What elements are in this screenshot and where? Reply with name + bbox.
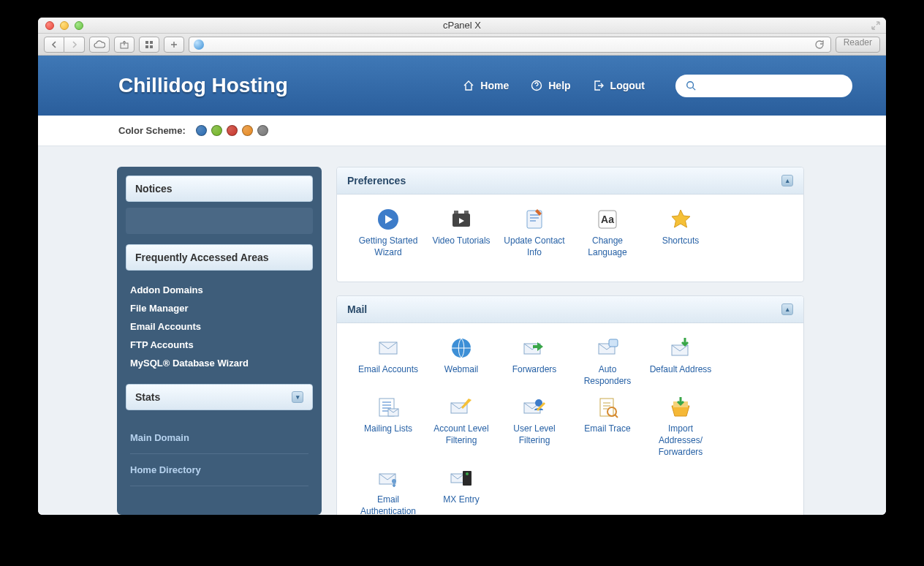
mail-item-10[interactable]: Email Authentication xyxy=(352,467,425,515)
preferences-body: Getting Started WizardVideo TutorialsUpd… xyxy=(337,195,803,282)
pref-label-0: Getting Started Wizard xyxy=(355,235,421,258)
pref-icon-4 xyxy=(669,208,692,231)
mail-icon-4 xyxy=(669,336,692,360)
freq-item-4[interactable]: MySQL® Database Wizard xyxy=(130,354,308,372)
mail-icon-1 xyxy=(450,336,473,360)
mail-label-9: Import Addresses/ Forwarders xyxy=(648,423,713,458)
reader-button[interactable]: Reader xyxy=(836,37,880,53)
notices-header[interactable]: Notices xyxy=(126,176,313,202)
stat-row-0[interactable]: Main Domain xyxy=(130,422,308,454)
svg-point-6 xyxy=(687,82,694,88)
nav-home[interactable]: Home xyxy=(463,80,509,91)
mail-label-0: Email Accounts xyxy=(358,364,418,376)
back-button[interactable] xyxy=(44,37,64,53)
logout-icon xyxy=(593,80,605,91)
notices-label: Notices xyxy=(135,183,173,195)
page-content: Chillidog Hosting Home Help Logout xyxy=(38,56,886,515)
mail-title: Mail xyxy=(347,303,367,315)
freq-item-1[interactable]: File Manager xyxy=(130,299,308,317)
pref-label-3: Change Language xyxy=(575,235,640,258)
pref-icon-2 xyxy=(523,208,546,231)
pref-item-2[interactable]: Update Contact Info xyxy=(498,208,571,258)
color-scheme-bar: Color Scheme: xyxy=(38,116,886,146)
pref-item-4[interactable]: Shortcuts xyxy=(644,208,717,258)
home-icon xyxy=(463,80,474,91)
svg-text:Aa: Aa xyxy=(601,214,614,225)
mail-item-4[interactable]: Default Address xyxy=(644,336,717,387)
pref-label-4: Shortcuts xyxy=(662,235,700,247)
mail-label-1: Webmail xyxy=(444,364,478,376)
freq-header[interactable]: Frequently Accessed Areas xyxy=(126,244,313,271)
stat-row-1[interactable]: Home Directory xyxy=(130,454,308,486)
mail-item-0[interactable]: Email Accounts xyxy=(352,336,425,387)
pref-item-1[interactable]: Video Tutorials xyxy=(425,208,498,258)
collapse-icon[interactable]: ▾ xyxy=(292,391,303,403)
share-button[interactable] xyxy=(114,37,135,53)
freq-list: Addon DomainsFile ManagerEmail AccountsF… xyxy=(126,271,313,384)
browser-window: cPanel X Reader xyxy=(38,18,886,515)
help-icon xyxy=(531,80,542,91)
mail-item-6[interactable]: Account Level Filtering xyxy=(425,396,498,458)
freq-item-0[interactable]: Addon Domains xyxy=(130,281,308,299)
mail-icon-2 xyxy=(523,336,546,360)
mail-item-3[interactable]: Auto Responders xyxy=(571,336,644,387)
nav-help[interactable]: Help xyxy=(531,80,570,91)
color-swatch-3[interactable] xyxy=(242,125,253,136)
mail-item-9[interactable]: Import Addresses/ Forwarders xyxy=(644,396,717,458)
stats-body: Main DomainHome Directory xyxy=(126,410,313,492)
svg-point-32 xyxy=(466,472,469,475)
address-bar[interactable] xyxy=(189,37,831,53)
top-sites-button[interactable] xyxy=(139,37,159,53)
pref-item-0[interactable]: Getting Started Wizard xyxy=(352,208,425,258)
preferences-header[interactable]: Preferences ▴ xyxy=(337,167,803,195)
sidebar: Notices Frequently Accessed Areas Addon … xyxy=(117,167,322,515)
freq-item-3[interactable]: FTP Accounts xyxy=(130,336,308,354)
mail-label-11: MX Entry xyxy=(443,494,479,506)
mail-item-1[interactable]: Webmail xyxy=(425,336,498,387)
mail-item-11[interactable]: MX Entry xyxy=(425,467,498,515)
mail-label-7: User Level Filtering xyxy=(501,423,567,446)
mail-label-4: Default Address xyxy=(650,364,712,376)
preferences-title: Preferences xyxy=(347,175,406,186)
pref-item-3[interactable]: AaChange Language xyxy=(571,208,644,258)
mail-label-2: Forwarders xyxy=(512,364,557,376)
mail-icon-11 xyxy=(450,467,473,490)
color-swatch-4[interactable] xyxy=(257,125,268,136)
mail-item-8[interactable]: Email Trace xyxy=(571,396,644,458)
mail-icon-3 xyxy=(596,336,619,360)
pref-label-2: Update Contact Info xyxy=(501,235,567,258)
mail-header[interactable]: Mail ▴ xyxy=(337,296,803,323)
mail-icon-9 xyxy=(669,396,692,419)
mail-item-2[interactable]: Forwarders xyxy=(498,336,571,387)
reload-icon[interactable] xyxy=(813,38,826,51)
browser-toolbar: Reader xyxy=(38,34,886,56)
mail-item-5[interactable]: Mailing Lists xyxy=(352,396,425,458)
search-box[interactable] xyxy=(675,75,852,97)
svg-point-29 xyxy=(392,479,396,483)
color-swatch-0[interactable] xyxy=(196,125,207,136)
color-swatch-2[interactable] xyxy=(227,125,238,136)
icloud-button[interactable] xyxy=(89,37,110,53)
pref-icon-1 xyxy=(450,208,473,231)
stats-header[interactable]: Stats ▾ xyxy=(126,384,313,410)
collapse-icon[interactable]: ▴ xyxy=(781,303,793,315)
color-swatch-1[interactable] xyxy=(211,125,222,136)
collapse-icon[interactable]: ▴ xyxy=(781,175,793,186)
nav-help-label: Help xyxy=(548,80,570,91)
mail-label-6: Account Level Filtering xyxy=(428,423,494,446)
mail-icon-6 xyxy=(450,396,473,419)
notices-body xyxy=(126,208,313,234)
mail-label-3: Auto Responders xyxy=(575,364,640,387)
cpanel-header: Chillidog Hosting Home Help Logout xyxy=(38,56,886,116)
mail-item-7[interactable]: User Level Filtering xyxy=(498,396,571,458)
mail-icon-0 xyxy=(376,336,400,360)
forward-button[interactable] xyxy=(64,37,85,53)
fullscreen-icon[interactable] xyxy=(871,21,880,30)
color-scheme-label: Color Scheme: xyxy=(118,125,186,136)
nav-home-label: Home xyxy=(480,80,509,91)
search-input[interactable] xyxy=(702,80,842,91)
new-tab-button[interactable] xyxy=(164,37,184,53)
window-title: cPanel X xyxy=(38,20,886,31)
freq-item-2[interactable]: Email Accounts xyxy=(130,317,308,336)
nav-logout[interactable]: Logout xyxy=(593,80,645,91)
